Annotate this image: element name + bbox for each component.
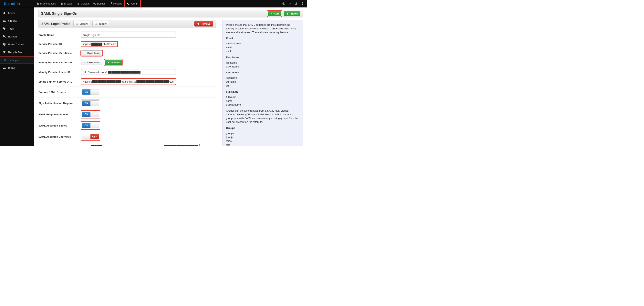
attr-item: mail	[226, 50, 299, 53]
label-idp-issuer: Identity Provider Issuer ID	[38, 70, 81, 74]
help-icon[interactable]: ?	[300, 1, 305, 6]
export-label: Export	[80, 22, 88, 25]
file-icon	[60, 2, 63, 5]
download-label2: Download	[87, 61, 100, 64]
label-sso-url: Single Sign-on Service URL	[38, 80, 81, 83]
upload-label: Upload	[111, 61, 120, 64]
panel-import-button[interactable]: Import	[92, 21, 109, 26]
attr-item: surname	[226, 80, 299, 84]
presentation-icon	[36, 2, 39, 5]
toggle-off-label: OFF	[90, 134, 99, 139]
sidebar-item-builders[interactable]: Builders	[0, 32, 34, 40]
users-icon	[3, 19, 6, 22]
sidebar-item-recycle-bin[interactable]: Recycle Bin	[0, 48, 34, 56]
palette-icon	[3, 43, 6, 46]
brand[interactable]: shufflrr	[2, 1, 34, 6]
idp-issuer-input[interactable]	[81, 69, 176, 75]
sidebar-item-billing[interactable]: Billing	[0, 64, 34, 72]
sidebar-item-label: Brand Central	[8, 43, 24, 46]
page-title: SAML Single Sign-On	[41, 12, 77, 16]
idp-cert-upload-button[interactable]: Upload	[105, 60, 122, 65]
attr-item: sn	[226, 84, 299, 88]
info-last-b: last name	[238, 31, 250, 34]
label-sign-auth: Sign Authentication Request	[38, 102, 81, 105]
sp-cert-download-button[interactable]: Download	[81, 50, 102, 56]
plus-icon	[270, 12, 272, 15]
sidebar-item-label: Users	[8, 12, 15, 14]
pie-icon	[110, 2, 112, 5]
nav-admin[interactable]: Admin	[124, 0, 141, 7]
nav-label: Browse	[64, 2, 72, 5]
attr-item: firstName	[226, 61, 299, 65]
attr-item: name	[226, 99, 299, 103]
nav-label: Reports	[114, 2, 122, 5]
label-idp-cert: Identity Provider Certificate	[38, 61, 81, 64]
nav-presentations[interactable]: Presentations	[34, 0, 58, 7]
sidebar-item-users[interactable]: Users	[0, 9, 34, 17]
enforce-groups-toggle[interactable]: ON	[82, 89, 99, 95]
toggle-on-label: ON	[82, 101, 90, 106]
info-email-b: email address	[272, 27, 289, 30]
label-sp-cert: Service Provider Certificate	[38, 52, 81, 54]
refresh-icon[interactable]	[288, 1, 292, 6]
sidebar-item-label: Builders	[8, 35, 18, 38]
sign-auth-toggle[interactable]: ON	[82, 100, 99, 106]
upload-icon	[286, 12, 289, 15]
sidebar: Users Groups Tags Builders Brand Central…	[0, 8, 34, 146]
label-profile-name: Profile Name	[38, 34, 81, 36]
import-label: Import	[290, 12, 298, 15]
label-resp-signed: SAML Response Signed	[38, 113, 81, 116]
assert-enc-toggle[interactable]: OFF	[82, 134, 99, 140]
sidebar-item-label: Tags	[8, 27, 14, 30]
idp-cert-download-button[interactable]: Download	[81, 60, 102, 65]
wrench-icon	[3, 35, 6, 38]
remove-button[interactable]: Remove	[194, 21, 213, 26]
page-import-button[interactable]: Import	[284, 11, 300, 16]
gears-icon	[3, 58, 6, 62]
nav-browse[interactable]: Browse	[58, 0, 75, 7]
sp-id-value: https://c██████.shufflrr.com	[81, 42, 117, 46]
resp-signed-toggle[interactable]: ON	[82, 112, 99, 117]
download-icon	[84, 62, 86, 64]
attr-item: roles	[226, 139, 299, 143]
contrast-icon[interactable]	[281, 1, 286, 6]
nav-reports[interactable]: Reports	[107, 0, 124, 7]
sidebar-item-groups[interactable]: Groups	[0, 17, 34, 25]
sidebar-item-label: Groups	[8, 20, 17, 22]
sso-url-input[interactable]	[81, 79, 176, 84]
attr-item: role	[226, 143, 299, 146]
assert-signed-toggle[interactable]: ON	[82, 123, 99, 128]
sidebar-item-brand-central[interactable]: Brand Central	[0, 40, 34, 48]
attr-item: groups	[226, 132, 299, 135]
toggle-on-label: ON	[82, 90, 90, 94]
download-label: Download	[87, 52, 100, 54]
attr-item: email	[226, 46, 299, 50]
attr-item: lastName	[226, 76, 299, 80]
attr-item: displayName	[226, 103, 299, 107]
nav-label: Admin	[131, 2, 138, 5]
sidebar-item-tags[interactable]: Tags	[0, 25, 34, 32]
download-icon	[95, 23, 97, 25]
brand-stack-icon	[3, 2, 7, 6]
add-button[interactable]: Add	[268, 11, 281, 16]
add-label: Add	[274, 12, 279, 15]
label-assert-enc: SAML Assertion Encrypted	[38, 135, 81, 138]
user-icon	[3, 12, 6, 14]
info-first-head: First Name	[226, 56, 239, 59]
nav-upload[interactable]: Upload	[75, 0, 91, 7]
toggle-on-label: ON	[82, 112, 90, 117]
download-icon	[84, 52, 86, 54]
label-assert-signed: SAML Assertion Signed	[38, 124, 81, 127]
profile-name-input[interactable]	[81, 32, 176, 38]
info-groups-head: Groups	[226, 126, 235, 130]
sidebar-item-label: Recycle Bin	[8, 51, 22, 54]
acs-url-value: https://c██████.shufflrr.com/login/samla…	[81, 144, 199, 146]
attr-item: givenName	[226, 65, 299, 69]
nav-builder[interactable]: Builder	[91, 0, 107, 7]
user-icon[interactable]	[294, 1, 299, 6]
label-sp-id: Service Provider ID	[38, 42, 81, 46]
export-button[interactable]: Export	[74, 21, 90, 26]
nav-label: Presentations	[40, 2, 56, 5]
sidebar-item-settings[interactable]: Settings	[0, 56, 34, 64]
toggle-on-label: ON	[82, 123, 90, 128]
